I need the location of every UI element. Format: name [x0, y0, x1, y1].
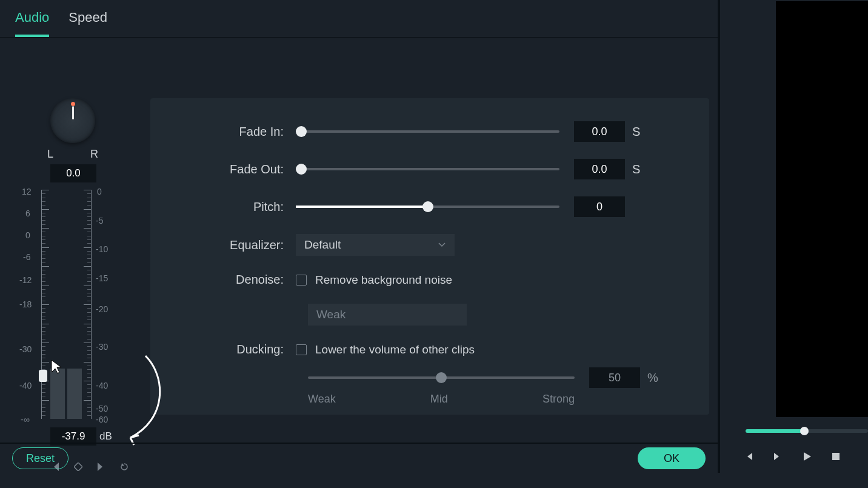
- ducking-mark-mid: Mid: [430, 393, 448, 406]
- denoise-level-dropdown: Weak: [308, 304, 467, 326]
- ok-button[interactable]: OK: [638, 447, 706, 469]
- volume-scale-left-8: -∞: [21, 415, 30, 424]
- tabs: Audio Speed: [0, 0, 718, 38]
- volume-scale-right-0: 0: [97, 187, 102, 196]
- volume-scale-left-5: -18: [19, 299, 32, 309]
- volume-slider-handle[interactable]: [39, 370, 47, 382]
- volume-scale-right-7: -50: [96, 404, 108, 413]
- ducking-mark-weak: Weak: [308, 393, 336, 406]
- pan-indicator-line: [72, 106, 74, 119]
- fade-in-input[interactable]: 0.0: [574, 121, 625, 142]
- volume-scale-right-8: -60: [96, 415, 108, 424]
- stop-button[interactable]: [829, 450, 843, 463]
- tab-audio[interactable]: Audio: [15, 2, 49, 37]
- fade-out-input[interactable]: 0.0: [574, 159, 625, 179]
- ducking-unit: %: [647, 371, 658, 385]
- denoise-checkbox[interactable]: [296, 275, 307, 286]
- denoise-checkbox-label: Remove background noise: [315, 273, 452, 287]
- volume-scale-left-0: 12: [22, 187, 32, 196]
- pan-right-label: R: [90, 148, 98, 161]
- chevron-down-icon: [438, 238, 446, 252]
- pan-left-label: L: [47, 148, 53, 161]
- volume-scale-left-4: -12: [19, 275, 32, 285]
- pitch-input[interactable]: 0: [574, 196, 625, 217]
- play-button[interactable]: [800, 450, 813, 463]
- volume-scale-left-1: 6: [25, 209, 30, 218]
- volume-scale-left-2: 0: [25, 230, 30, 240]
- equalizer-selected: Default: [304, 238, 341, 252]
- volume-scale-right-1: -5: [96, 216, 103, 226]
- equalizer-label: Equalizer:: [169, 238, 296, 252]
- video-preview: [776, 1, 868, 417]
- fade-in-slider[interactable]: [296, 130, 559, 133]
- volume-scale-right-4: -20: [96, 304, 108, 314]
- panel-separator: [718, 0, 720, 473]
- ducking-checkbox-label: Lower the volume of other clips: [315, 343, 475, 356]
- volume-scale-right-3: -15: [96, 273, 108, 283]
- volume-scale-right-6: -40: [96, 381, 108, 390]
- ducking-label: Ducking:: [169, 343, 296, 356]
- reset-button[interactable]: Reset: [12, 447, 68, 469]
- level-meter-bars: [50, 190, 82, 419]
- audio-settings-panel: Fade In: 0.0 S Fade Out: 0.0 S Pitch:: [150, 98, 709, 415]
- fade-in-unit: S: [632, 125, 640, 139]
- equalizer-dropdown[interactable]: Default: [296, 234, 455, 256]
- volume-scale-left-3: -6: [23, 252, 30, 262]
- pan-value-input[interactable]: 0.0: [50, 164, 96, 182]
- tab-speed[interactable]: Speed: [68, 2, 107, 37]
- fade-out-label: Fade Out:: [169, 162, 296, 176]
- pan-indicator-dot: [71, 102, 75, 106]
- fade-in-label: Fade In:: [169, 125, 296, 139]
- volume-unit-label: dB: [99, 430, 112, 443]
- fade-out-slider[interactable]: [296, 168, 559, 170]
- ducking-input: 50: [589, 367, 640, 388]
- playback-progress[interactable]: [746, 429, 868, 433]
- prev-frame-button[interactable]: [742, 450, 755, 463]
- next-frame-button[interactable]: [771, 450, 784, 463]
- ducking-mark-strong: Strong: [542, 393, 575, 406]
- ducking-slider: [308, 376, 575, 379]
- pan-knob[interactable]: [50, 98, 95, 143]
- volume-scale-right-2: -10: [96, 244, 108, 254]
- svg-rect-0: [832, 453, 840, 460]
- pitch-label: Pitch:: [169, 200, 296, 214]
- ducking-checkbox[interactable]: [296, 344, 307, 355]
- denoise-label: Denoise:: [169, 273, 296, 287]
- fade-out-unit: S: [632, 162, 640, 176]
- volume-scale-left-7: -40: [19, 381, 32, 390]
- volume-scale-right-5: -30: [96, 342, 108, 352]
- volume-scale-left-6: -30: [19, 344, 32, 354]
- pitch-slider[interactable]: [296, 206, 559, 208]
